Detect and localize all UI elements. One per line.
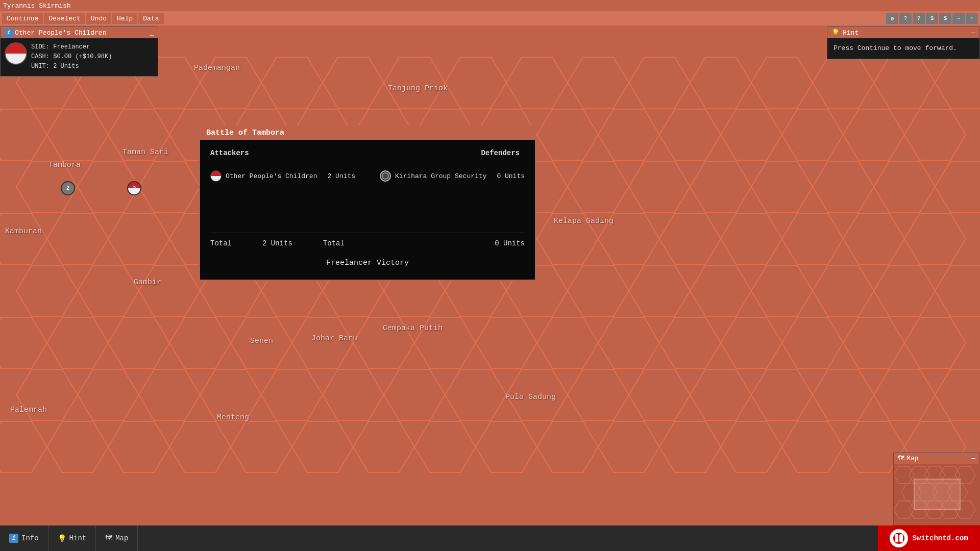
svg-marker-111 xyxy=(813,369,874,420)
info-cash: CASH: $0.00 (+$10.98K) xyxy=(31,52,112,62)
attacker-faction-name: Other People's Children xyxy=(226,172,317,180)
svg-marker-30 xyxy=(721,109,782,160)
attacker-icon xyxy=(210,170,222,182)
svg-marker-52 xyxy=(108,213,169,264)
svg-marker-10 xyxy=(506,57,568,108)
bottom-map-btn[interactable]: 🗺 Map xyxy=(96,525,138,551)
svg-marker-91 xyxy=(537,317,598,368)
svg-marker-15 xyxy=(813,57,874,108)
svg-marker-66 xyxy=(16,265,78,316)
svg-marker-16 xyxy=(874,57,935,108)
svg-marker-32 xyxy=(843,109,904,160)
svg-marker-76 xyxy=(629,265,690,316)
svg-marker-75 xyxy=(568,265,629,316)
bottom-info-label: Info xyxy=(21,534,39,542)
svg-marker-9 xyxy=(445,57,506,108)
menu-continue[interactable]: Continue xyxy=(2,13,43,24)
svg-rect-147 xyxy=(895,534,898,542)
svg-marker-46 xyxy=(751,161,813,212)
minimap-content[interactable] xyxy=(894,464,980,525)
info-content: SIDE: Freelancer CASH: $0.00 (+$10.98K) … xyxy=(1,38,158,76)
svg-marker-97 xyxy=(904,317,966,368)
svg-marker-79 xyxy=(813,265,874,316)
defender-row: Kirihara Group Security 0 Units xyxy=(380,170,525,182)
hint-icon: 💡 xyxy=(831,29,840,37)
svg-marker-92 xyxy=(598,317,659,368)
icon-question1[interactable]: ? xyxy=(899,13,912,24)
bottom-info-icon: i xyxy=(9,534,18,543)
svg-marker-139 xyxy=(894,501,914,518)
svg-marker-95 xyxy=(782,317,843,368)
minimap-icon: 🗺 xyxy=(898,455,904,462)
battle-totals: Total 2 Units Total 0 Units xyxy=(210,239,525,247)
svg-marker-77 xyxy=(690,265,751,316)
svg-marker-86 xyxy=(231,317,292,368)
bottom-info-btn[interactable]: i Info xyxy=(0,525,48,551)
menu-deselect[interactable]: Deselect xyxy=(44,13,85,24)
app-title: Tyrannis Skirmish xyxy=(3,2,71,10)
attackers-header: Attackers xyxy=(210,149,249,157)
svg-marker-130 xyxy=(894,466,914,484)
svg-marker-7 xyxy=(323,57,384,108)
battle-title: Battle of Tambora xyxy=(206,129,284,137)
svg-marker-60 xyxy=(598,213,659,264)
svg-marker-47 xyxy=(813,161,874,212)
icon-arrow2[interactable]: ↑ xyxy=(966,13,978,24)
icon-question2[interactable]: ? xyxy=(913,13,925,24)
hint-panel-minimize[interactable]: — xyxy=(971,29,975,37)
svg-marker-109 xyxy=(690,369,751,420)
info-panel-minimize[interactable]: _ xyxy=(150,29,154,37)
svg-marker-118 xyxy=(231,421,292,472)
svg-marker-14 xyxy=(751,57,813,108)
minimap-svg xyxy=(894,464,980,525)
svg-marker-114 xyxy=(0,421,47,472)
icon-dollar[interactable]: $ xyxy=(939,13,951,24)
total-attacker-label: Total xyxy=(210,239,232,247)
svg-marker-125 xyxy=(659,421,721,472)
menu-undo[interactable]: Undo xyxy=(86,13,111,24)
svg-marker-18 xyxy=(0,109,47,160)
bottom-hint-btn[interactable]: 💡 Hint xyxy=(48,525,96,551)
minimap-inner xyxy=(894,464,980,525)
info-avatar xyxy=(5,42,27,65)
bottom-hint-icon: 💡 xyxy=(58,534,66,543)
hint-panel-title: Hint xyxy=(843,29,859,37)
svg-marker-101 xyxy=(200,369,261,420)
unit-token-gray[interactable]: 2 xyxy=(61,181,75,195)
svg-marker-50 xyxy=(0,213,47,264)
icon-settings[interactable]: ⚙ xyxy=(886,13,898,24)
attacker-row: Other People's Children 2 Units xyxy=(210,170,355,182)
menu-help[interactable]: Help xyxy=(112,13,137,24)
battle-divider xyxy=(210,233,525,233)
svg-rect-144 xyxy=(914,479,960,510)
defender-icon xyxy=(380,170,391,182)
svg-marker-122 xyxy=(476,421,537,472)
defender-faction-name: Kirihara Group Security xyxy=(395,172,486,180)
svg-marker-96 xyxy=(843,317,904,368)
svg-marker-63 xyxy=(782,213,843,264)
unit-token-red[interactable]: 2 xyxy=(127,181,141,195)
svg-marker-126 xyxy=(721,421,782,472)
minimap-expand[interactable]: — xyxy=(971,455,975,462)
menu-data[interactable]: Data xyxy=(138,13,163,24)
svg-marker-105 xyxy=(445,369,506,420)
icon-cash[interactable]: $ xyxy=(926,13,938,24)
svg-marker-67 xyxy=(78,265,139,316)
bottom-map-label: Map xyxy=(115,534,128,542)
svg-marker-117 xyxy=(169,421,231,472)
hint-panel-header: 💡 Hint — xyxy=(827,27,979,38)
svg-marker-124 xyxy=(598,421,659,472)
svg-marker-112 xyxy=(874,369,935,420)
minimap-header: 🗺 Map — xyxy=(894,453,979,464)
svg-marker-64 xyxy=(843,213,904,264)
svg-marker-11 xyxy=(568,57,629,108)
hint-message: Press Continue to move forward. xyxy=(834,44,957,52)
svg-marker-61 xyxy=(659,213,721,264)
info-panel-header: i Other People's Children _ xyxy=(1,27,158,38)
minimap-panel: 🗺 Map — xyxy=(893,453,980,525)
svg-marker-110 xyxy=(751,369,813,420)
icon-arrow1[interactable]: → xyxy=(952,13,965,24)
nintendo-badge[interactable]: Switchntd.com xyxy=(878,525,980,551)
nintendo-logo xyxy=(890,529,908,547)
svg-marker-83 xyxy=(47,317,108,368)
